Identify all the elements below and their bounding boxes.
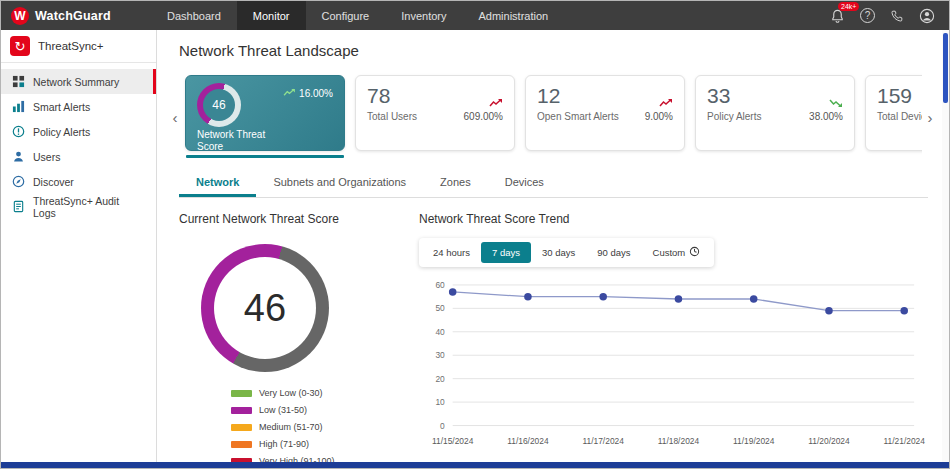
threat-score-donut: 46 xyxy=(201,244,329,372)
card-delta: 9.00% xyxy=(645,111,673,122)
svg-text:11/15/2024: 11/15/2024 xyxy=(432,436,474,446)
sidebar-item-label: Policy Alerts xyxy=(33,126,90,138)
bar-chart-alert-icon xyxy=(11,100,25,113)
sidebar-item-label: ThreatSync+ Audit Logs xyxy=(33,195,143,219)
card-delta: 609.00% xyxy=(464,111,503,122)
tab-network[interactable]: Network xyxy=(179,169,256,197)
page-title: Network Threat Landscape xyxy=(157,30,942,67)
gauge-title: Current Network Threat Score xyxy=(179,212,395,226)
trend-down-icon xyxy=(829,98,843,110)
trend-up-icon xyxy=(283,88,296,99)
kpi-card-total-users[interactable]: 78 Total Users 609.00% xyxy=(355,75,515,151)
sidebar-item-audit-logs[interactable]: ThreatSync+ Audit Logs xyxy=(1,194,156,219)
carousel-next-icon[interactable]: › xyxy=(922,109,938,126)
range-90-days[interactable]: 90 days xyxy=(586,242,641,263)
range-custom[interactable]: Custom xyxy=(642,241,712,264)
brand-name: WatchGuard xyxy=(35,9,111,23)
tab-subnets-and-organizations[interactable]: Subnets and Organizations xyxy=(256,169,423,197)
card-value: 159 xyxy=(877,84,922,108)
watchguard-logo-icon: W xyxy=(11,7,29,25)
grid-icon xyxy=(11,75,25,88)
tab-devices[interactable]: Devices xyxy=(488,169,561,197)
legend-swatch-high xyxy=(231,441,252,448)
vertical-scrollbar-thumb[interactable] xyxy=(943,33,948,103)
kpi-card-policy-alerts[interactable]: 33 Policy Alerts 38.00% xyxy=(695,75,855,151)
audit-log-icon xyxy=(11,200,25,213)
top-nav: Dashboard Monitor Configure Inventory Ad… xyxy=(151,1,564,30)
svg-text:11/17/2024: 11/17/2024 xyxy=(582,436,624,446)
horizontal-scrollbar[interactable] xyxy=(1,462,949,468)
exclamation-circle-icon xyxy=(11,125,25,138)
nav-dashboard[interactable]: Dashboard xyxy=(151,1,237,30)
kpi-carousel: ‹ 46 xyxy=(157,67,942,161)
card-label: Total Devices xyxy=(877,111,922,122)
svg-text:40: 40 xyxy=(435,327,445,337)
legend-row: Medium (51-70) xyxy=(231,422,395,432)
topbar-actions: 24k+ ? xyxy=(830,1,949,30)
sidebar-item-label: Smart Alerts xyxy=(33,101,90,113)
tab-zones[interactable]: Zones xyxy=(423,169,488,197)
legend-row: Very Low (0-30) xyxy=(231,388,395,398)
nav-inventory[interactable]: Inventory xyxy=(385,1,462,30)
svg-text:50: 50 xyxy=(435,303,445,313)
legend-swatch-medium xyxy=(231,424,252,431)
legend-swatch-low xyxy=(231,407,252,414)
svg-text:11/19/2024: 11/19/2024 xyxy=(733,436,775,446)
sidebar-item-discover[interactable]: Discover xyxy=(1,169,156,194)
sidebar-item-smart-alerts[interactable]: Smart Alerts xyxy=(1,94,156,119)
sidebar-item-policy-alerts[interactable]: Policy Alerts xyxy=(1,119,156,144)
legend-row: High (71-90) xyxy=(231,439,395,449)
sidebar-item-network-summary[interactable]: Network Summary xyxy=(1,69,156,94)
legend-swatch-very-low xyxy=(231,390,252,397)
sidebar-item-label: Users xyxy=(33,151,60,163)
product-header: ↻ ThreatSync+ xyxy=(1,30,156,63)
help-icon[interactable]: ? xyxy=(860,8,875,23)
threat-score-value: 46 xyxy=(214,257,316,359)
product-name: ThreatSync+ xyxy=(38,40,104,52)
range-30-days[interactable]: 30 days xyxy=(531,242,586,263)
kpi-card-network-threat-score[interactable]: 46 16.00% xyxy=(185,75,345,151)
vertical-scrollbar[interactable] xyxy=(942,30,949,462)
phone-support-icon[interactable] xyxy=(890,9,904,23)
card-score-value: 46 xyxy=(203,89,235,121)
sidebar: ↻ ThreatSync+ Network Summary xyxy=(1,30,157,462)
card-delta: 38.00% xyxy=(809,111,843,122)
svg-text:0: 0 xyxy=(440,421,445,431)
kpi-card-open-smart-alerts[interactable]: 12 Open Smart Alerts 9.00% xyxy=(525,75,685,151)
notifications-bell-icon[interactable]: 24k+ xyxy=(830,8,845,24)
trend-chart: 010203040506011/15/202411/16/202411/17/2… xyxy=(419,277,928,451)
trend-up-icon xyxy=(659,98,673,110)
svg-text:11/16/2024: 11/16/2024 xyxy=(507,436,549,446)
svg-text:10: 10 xyxy=(435,397,445,407)
account-icon[interactable] xyxy=(919,8,935,24)
nav-configure[interactable]: Configure xyxy=(306,1,386,30)
trend-line-chart: 010203040506011/15/202411/16/202411/17/2… xyxy=(419,277,928,451)
trend-up-icon xyxy=(489,98,503,110)
main-content: Network Threat Landscape ‹ 46 xyxy=(157,30,942,462)
sidebar-item-label: Discover xyxy=(33,176,74,188)
app-window: W WatchGuard Dashboard Monitor Configure… xyxy=(0,0,950,469)
svg-text:20: 20 xyxy=(435,374,445,384)
svg-text:11/20/2024: 11/20/2024 xyxy=(808,436,850,446)
view-tabs: Network Subnets and Organizations Zones … xyxy=(179,169,928,198)
range-7-days[interactable]: 7 days xyxy=(481,242,531,263)
kpi-card-total-devices[interactable]: 159 Total Devices xyxy=(865,75,922,151)
nav-monitor[interactable]: Monitor xyxy=(237,1,306,30)
carousel-prev-icon[interactable]: ‹ xyxy=(167,109,183,126)
card-score-donut: 46 xyxy=(197,83,241,127)
svg-text:11/18/2024: 11/18/2024 xyxy=(658,436,700,446)
svg-text:30: 30 xyxy=(435,350,445,360)
legend-row: Low (31-50) xyxy=(231,405,395,415)
score-legend: Very Low (0-30) Low (31-50) Medium (51-7… xyxy=(231,388,395,462)
trend-title: Network Threat Score Trend xyxy=(419,212,928,226)
card-label: Network Threat Score xyxy=(197,129,267,153)
range-24-hours[interactable]: 24 hours xyxy=(422,242,481,263)
nav-administration[interactable]: Administration xyxy=(462,1,564,30)
sidebar-item-users[interactable]: Users xyxy=(1,144,156,169)
custom-range-clock-icon xyxy=(689,246,700,259)
carousel-viewport: 46 16.00% xyxy=(183,73,922,161)
compass-icon xyxy=(11,175,25,188)
card-delta: 16.00% xyxy=(299,88,333,99)
threatsync-sync-icon: ↻ xyxy=(10,36,30,56)
sidebar-menu: Network Summary Smart Alerts xyxy=(1,63,156,219)
